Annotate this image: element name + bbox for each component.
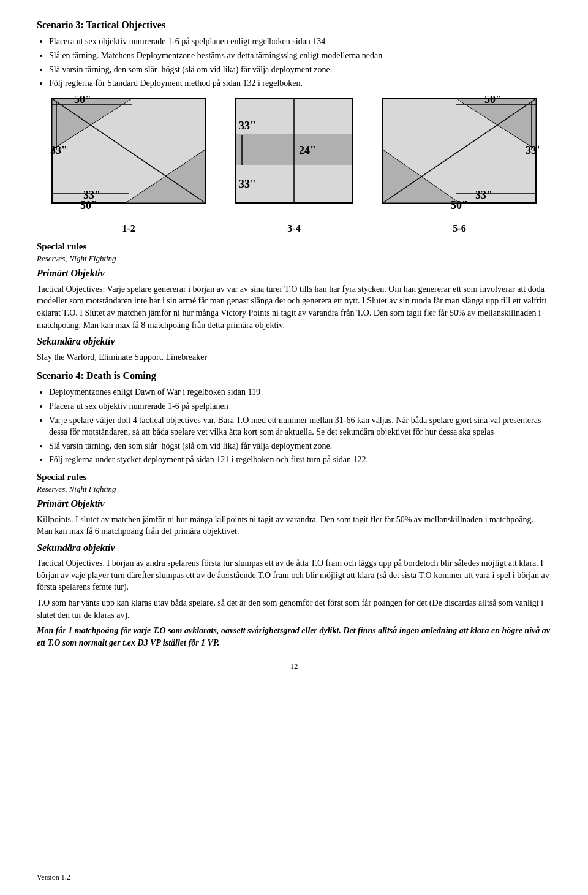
version-label: Version 1.2 xyxy=(37,872,70,883)
scenario4-heading: Scenario 4: Death is Coming xyxy=(37,369,551,383)
svg-text:50": 50" xyxy=(451,199,468,211)
diagram-3-4: 24" 33" 33" 3-4 xyxy=(233,96,355,235)
primärt-text: Tactical Objectives: Varje spelare gener… xyxy=(37,283,551,331)
page-number: 12 xyxy=(37,661,551,672)
sekundär-text: Slay the Warlord, Eliminate Support, Lin… xyxy=(37,351,551,364)
primärt-objektiv-heading-4: Primärt Objektiv xyxy=(37,497,551,511)
svg-text:33": 33" xyxy=(526,144,539,156)
list-item: Placera ut sex objektiv numrerade 1-6 på… xyxy=(49,36,551,48)
list-item: Följ reglerna under stycket deployment p… xyxy=(49,454,551,466)
reserves-label-4: Reserves, Night Fighting xyxy=(37,484,551,495)
svg-text:24": 24" xyxy=(299,144,316,156)
scenario3-bullet-list: Placera ut sex objektiv numrerade 1-6 på… xyxy=(49,36,551,89)
svg-text:33": 33" xyxy=(475,189,492,201)
primärt-objektiv-heading: Primärt Objektiv xyxy=(37,267,551,280)
list-item: Följ reglerna för Standard Deployment me… xyxy=(49,77,551,90)
svg-text:33": 33" xyxy=(239,120,256,132)
diagram-label-1-2: 1-2 xyxy=(122,222,135,235)
svg-text:50": 50" xyxy=(74,96,91,105)
svg-text:50": 50" xyxy=(484,96,502,105)
scenario4-section: Scenario 4: Death is Coming Deploymentzo… xyxy=(37,369,551,649)
list-item: Placera ut sex objektiv numrerade 1-6 på… xyxy=(49,400,551,413)
diagram-5-6: 50" 33" 33" 50" 5-6 xyxy=(380,96,539,235)
diagram-label-5-6: 5-6 xyxy=(453,222,466,235)
diagram-1-2: 50" 33" 33" 50" 1-2 xyxy=(49,96,208,235)
diagram-5-6-svg: 50" 33" 33" 50" xyxy=(380,96,539,218)
list-item: Slå varsin tärning, den som slår högst (… xyxy=(49,440,551,452)
svg-text:33": 33" xyxy=(50,144,67,156)
primärt-text-4: Killpoints. I slutet av matchen jämför n… xyxy=(37,514,551,538)
special-rules-label: Special rules xyxy=(37,240,551,253)
svg-text:33": 33" xyxy=(239,178,256,190)
reserves-label: Reserves, Night Fighting xyxy=(37,253,551,264)
svg-text:50": 50" xyxy=(80,199,97,211)
scenario4-bullet-list: Deploymentzones enligt Dawn of War i reg… xyxy=(49,386,551,466)
scenario3-section: Scenario 3: Tactical Objectives Placera … xyxy=(37,18,551,363)
bold-text: Man får 1 matchpoäng för varje T.O som a… xyxy=(37,625,551,649)
list-item: Deploymentzones enligt Dawn of War i reg… xyxy=(49,386,551,398)
diagram-label-3-4: 3-4 xyxy=(287,222,300,235)
list-item: Slå varsin tärning, den som slår högst (… xyxy=(49,64,551,76)
list-item: Slå en tärning. Matchens Deploymentzone … xyxy=(49,50,551,62)
sekundär-objektiv-heading: Sekundära objektiv xyxy=(37,335,551,348)
list-item: Varje spelare väljer dolt 4 tactical obj… xyxy=(49,414,551,438)
sekundär-text-4: Tactical Objectives. I början av andra s… xyxy=(37,557,551,593)
special-rules-label-4: Special rules xyxy=(37,471,551,484)
to-text: T.O som har vänts upp kan klaras utav bå… xyxy=(37,597,551,621)
diagram-3-4-svg: 24" 33" 33" xyxy=(233,96,355,218)
sekundär-objektiv-heading-4: Sekundära objektiv xyxy=(37,541,551,555)
deployment-diagrams: 50" 33" 33" 50" 1-2 24" xyxy=(37,96,551,235)
scenario3-heading: Scenario 3: Tactical Objectives xyxy=(37,18,551,32)
diagram-1-2-svg: 50" 33" 33" 50" xyxy=(49,96,208,218)
page-footer: 12 xyxy=(37,661,551,672)
